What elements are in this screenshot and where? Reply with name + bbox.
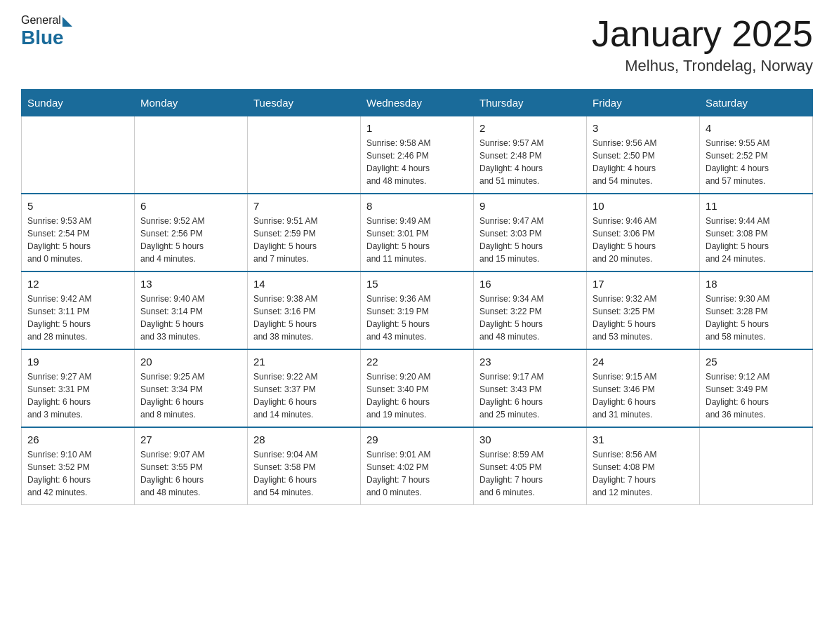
- month-title: January 2025: [592, 14, 813, 54]
- day-info: Sunrise: 9:30 AM Sunset: 3:28 PM Dayligh…: [706, 293, 807, 343]
- day-info: Sunrise: 8:56 AM Sunset: 4:08 PM Dayligh…: [593, 448, 694, 499]
- day-number: 4: [706, 122, 807, 134]
- day-info: Sunrise: 9:01 AM Sunset: 4:02 PM Dayligh…: [366, 448, 468, 499]
- calendar-cell: 28Sunrise: 9:04 AM Sunset: 3:58 PM Dayli…: [248, 427, 361, 505]
- day-info: Sunrise: 9:10 AM Sunset: 3:52 PM Dayligh…: [27, 448, 128, 499]
- calendar-cell: [248, 116, 361, 194]
- calendar-cell: 10Sunrise: 9:46 AM Sunset: 3:06 PM Dayli…: [587, 194, 700, 271]
- day-number: 18: [706, 278, 807, 290]
- location-title: Melhus, Trondelag, Norway: [592, 57, 813, 75]
- calendar-cell: 6Sunrise: 9:52 AM Sunset: 2:56 PM Daylig…: [135, 194, 248, 271]
- calendar-week-row: 19Sunrise: 9:27 AM Sunset: 3:31 PM Dayli…: [22, 349, 813, 427]
- calendar-week-row: 12Sunrise: 9:42 AM Sunset: 3:11 PM Dayli…: [22, 271, 813, 349]
- day-number: 9: [479, 200, 581, 212]
- logo-arrow-icon: [62, 17, 72, 27]
- calendar-cell: 5Sunrise: 9:53 AM Sunset: 2:54 PM Daylig…: [22, 194, 135, 271]
- calendar-cell: 4Sunrise: 9:55 AM Sunset: 2:52 PM Daylig…: [700, 116, 813, 194]
- day-info: Sunrise: 9:40 AM Sunset: 3:14 PM Dayligh…: [140, 293, 241, 343]
- day-number: 27: [140, 434, 241, 445]
- day-number: 21: [253, 356, 355, 368]
- calendar-cell: 30Sunrise: 8:59 AM Sunset: 4:05 PM Dayli…: [474, 427, 587, 505]
- calendar-week-row: 26Sunrise: 9:10 AM Sunset: 3:52 PM Dayli…: [22, 427, 813, 505]
- calendar-week-row: 1Sunrise: 9:58 AM Sunset: 2:46 PM Daylig…: [22, 116, 813, 194]
- day-info: Sunrise: 9:12 AM Sunset: 3:49 PM Dayligh…: [706, 370, 807, 421]
- day-info: Sunrise: 8:59 AM Sunset: 4:05 PM Dayligh…: [479, 448, 581, 499]
- day-number: 10: [593, 200, 694, 212]
- day-info: Sunrise: 9:32 AM Sunset: 3:25 PM Dayligh…: [593, 293, 694, 343]
- calendar-cell: [135, 116, 248, 194]
- calendar-cell: 20Sunrise: 9:25 AM Sunset: 3:34 PM Dayli…: [135, 349, 248, 427]
- weekday-header-monday: Monday: [135, 90, 248, 116]
- weekday-header-sunday: Sunday: [22, 90, 135, 116]
- calendar-cell: 12Sunrise: 9:42 AM Sunset: 3:11 PM Dayli…: [22, 271, 135, 349]
- day-info: Sunrise: 9:58 AM Sunset: 2:46 PM Dayligh…: [366, 137, 468, 187]
- calendar-cell: 1Sunrise: 9:58 AM Sunset: 2:46 PM Daylig…: [361, 116, 474, 194]
- page-header: General Blue January 2025 Melhus, Tronde…: [21, 14, 813, 75]
- day-number: 31: [593, 434, 694, 445]
- day-number: 17: [593, 278, 694, 290]
- day-info: Sunrise: 9:51 AM Sunset: 2:59 PM Dayligh…: [253, 215, 355, 265]
- day-info: Sunrise: 9:49 AM Sunset: 3:01 PM Dayligh…: [366, 215, 468, 265]
- calendar-cell: 16Sunrise: 9:34 AM Sunset: 3:22 PM Dayli…: [474, 271, 587, 349]
- day-number: 7: [253, 200, 355, 212]
- day-number: 2: [479, 122, 581, 134]
- day-info: Sunrise: 9:53 AM Sunset: 2:54 PM Dayligh…: [27, 215, 128, 265]
- logo-general-text: General: [21, 14, 61, 27]
- day-number: 22: [366, 356, 468, 368]
- day-info: Sunrise: 9:36 AM Sunset: 3:19 PM Dayligh…: [366, 293, 468, 343]
- calendar-cell: 15Sunrise: 9:36 AM Sunset: 3:19 PM Dayli…: [361, 271, 474, 349]
- day-number: 15: [366, 278, 468, 290]
- day-info: Sunrise: 9:46 AM Sunset: 3:06 PM Dayligh…: [593, 215, 694, 265]
- day-number: 8: [366, 200, 468, 212]
- day-number: 3: [593, 122, 694, 134]
- day-number: 19: [27, 356, 128, 368]
- day-number: 1: [366, 122, 468, 134]
- day-info: Sunrise: 9:27 AM Sunset: 3:31 PM Dayligh…: [27, 370, 128, 421]
- calendar-cell: [22, 116, 135, 194]
- calendar-cell: 19Sunrise: 9:27 AM Sunset: 3:31 PM Dayli…: [22, 349, 135, 427]
- day-info: Sunrise: 9:57 AM Sunset: 2:48 PM Dayligh…: [479, 137, 581, 187]
- day-number: 12: [27, 278, 128, 290]
- title-section: January 2025 Melhus, Trondelag, Norway: [592, 14, 813, 75]
- day-number: 16: [479, 278, 581, 290]
- day-info: Sunrise: 9:47 AM Sunset: 3:03 PM Dayligh…: [479, 215, 581, 265]
- calendar-cell: 11Sunrise: 9:44 AM Sunset: 3:08 PM Dayli…: [700, 194, 813, 271]
- calendar-cell: 31Sunrise: 8:56 AM Sunset: 4:08 PM Dayli…: [587, 427, 700, 505]
- day-number: 14: [253, 278, 355, 290]
- weekday-header-row: SundayMondayTuesdayWednesdayThursdayFrid…: [22, 90, 813, 116]
- weekday-header-friday: Friday: [587, 90, 700, 116]
- day-info: Sunrise: 9:15 AM Sunset: 3:46 PM Dayligh…: [593, 370, 694, 421]
- day-number: 20: [140, 356, 241, 368]
- calendar-cell: 24Sunrise: 9:15 AM Sunset: 3:46 PM Dayli…: [587, 349, 700, 427]
- day-info: Sunrise: 9:25 AM Sunset: 3:34 PM Dayligh…: [140, 370, 241, 421]
- day-info: Sunrise: 9:38 AM Sunset: 3:16 PM Dayligh…: [253, 293, 355, 343]
- day-info: Sunrise: 9:42 AM Sunset: 3:11 PM Dayligh…: [27, 293, 128, 343]
- calendar-cell: 3Sunrise: 9:56 AM Sunset: 2:50 PM Daylig…: [587, 116, 700, 194]
- calendar-cell: 17Sunrise: 9:32 AM Sunset: 3:25 PM Dayli…: [587, 271, 700, 349]
- day-info: Sunrise: 9:44 AM Sunset: 3:08 PM Dayligh…: [706, 215, 807, 265]
- weekday-header-saturday: Saturday: [700, 90, 813, 116]
- calendar-cell: 13Sunrise: 9:40 AM Sunset: 3:14 PM Dayli…: [135, 271, 248, 349]
- calendar-cell: 18Sunrise: 9:30 AM Sunset: 3:28 PM Dayli…: [700, 271, 813, 349]
- day-info: Sunrise: 9:07 AM Sunset: 3:55 PM Dayligh…: [140, 448, 241, 499]
- day-info: Sunrise: 9:34 AM Sunset: 3:22 PM Dayligh…: [479, 293, 581, 343]
- day-info: Sunrise: 9:17 AM Sunset: 3:43 PM Dayligh…: [479, 370, 581, 421]
- weekday-header-wednesday: Wednesday: [361, 90, 474, 116]
- calendar-cell: 14Sunrise: 9:38 AM Sunset: 3:16 PM Dayli…: [248, 271, 361, 349]
- weekday-header-tuesday: Tuesday: [248, 90, 361, 116]
- day-number: 5: [27, 200, 128, 212]
- calendar-table: SundayMondayTuesdayWednesdayThursdayFrid…: [21, 89, 813, 505]
- calendar-cell: 27Sunrise: 9:07 AM Sunset: 3:55 PM Dayli…: [135, 427, 248, 505]
- day-info: Sunrise: 9:22 AM Sunset: 3:37 PM Dayligh…: [253, 370, 355, 421]
- day-number: 30: [479, 434, 581, 445]
- logo: General Blue: [21, 14, 72, 49]
- calendar-cell: 7Sunrise: 9:51 AM Sunset: 2:59 PM Daylig…: [248, 194, 361, 271]
- day-number: 11: [706, 200, 807, 212]
- weekday-header-thursday: Thursday: [474, 90, 587, 116]
- calendar-cell: [700, 427, 813, 505]
- day-info: Sunrise: 9:55 AM Sunset: 2:52 PM Dayligh…: [706, 137, 807, 187]
- day-number: 6: [140, 200, 241, 212]
- calendar-cell: 23Sunrise: 9:17 AM Sunset: 3:43 PM Dayli…: [474, 349, 587, 427]
- day-number: 23: [479, 356, 581, 368]
- calendar-cell: 8Sunrise: 9:49 AM Sunset: 3:01 PM Daylig…: [361, 194, 474, 271]
